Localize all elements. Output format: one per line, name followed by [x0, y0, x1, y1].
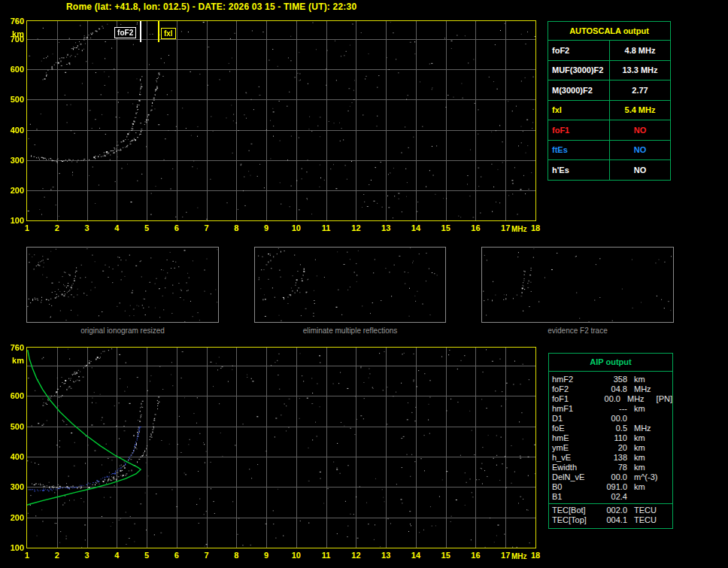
autoscala-row-fof2: foF24.8 MHz [548, 41, 670, 61]
autoscala-row-label: h'Es [548, 160, 610, 180]
aip-row-b0: B0091.0km [549, 482, 672, 492]
aip-unit: MHz [627, 424, 663, 433]
x-tick-16: 16 [466, 223, 484, 232]
autoscala-row-label: foF1 [548, 120, 610, 140]
top-ionogram-canvas [27, 21, 535, 220]
aip-unit: km [627, 375, 663, 384]
autoscala-row-label: ftEs [548, 141, 610, 160]
autoscala-output-title: AUTOSCALA output [548, 22, 670, 41]
aip-value: 00.0 [596, 414, 627, 424]
aip-extra [663, 463, 672, 472]
fxI-marker-label: fxl [161, 28, 176, 39]
window-title: Rome (lat: +41.8, lon: 012.5) - DATE: 20… [66, 2, 356, 12]
x-axis-unit: MHz [511, 225, 527, 234]
x-tick-1: 1 [18, 551, 36, 560]
aip-label: foF1 [549, 394, 592, 404]
y-axis-unit: km [3, 29, 24, 38]
thumbnail-multiple-reflections [254, 247, 446, 323]
aip-extra [663, 424, 672, 433]
aip-value: 358 [596, 375, 627, 384]
thumbnail-original-canvas [27, 248, 218, 322]
aip-label: D1 [549, 414, 596, 424]
aip-value: 110 [596, 433, 627, 443]
y-tick-500: 500 [3, 95, 24, 104]
aip-label: Ewidth [549, 463, 596, 472]
autoscala-row-fxl: fxl5.4 MHz [548, 101, 670, 121]
aip-unit [627, 492, 663, 502]
x-tick-11: 11 [317, 551, 335, 560]
aip-row-foe: foE0.5MHz [549, 424, 672, 433]
x-tick-7: 7 [198, 223, 216, 232]
aip-unit: TECU [627, 506, 663, 515]
x-tick-9: 9 [257, 223, 275, 232]
foF2-marker-label: foF2 [114, 27, 136, 38]
x-tick-2: 2 [48, 223, 66, 232]
aip-row-tectop: TEC[Top]004.1TECU [549, 515, 672, 525]
autoscala-row-hes: h'EsNO [548, 160, 670, 180]
autoscala-row-label: foF2 [548, 41, 610, 60]
autoscala-window: Rome (lat: +41.8, lon: 012.5) - DATE: 20… [0, 0, 728, 568]
aip-row-hmf1: hmF1---km [549, 404, 672, 414]
x-tick-15: 15 [437, 223, 455, 232]
x-tick-2: 2 [48, 551, 66, 560]
x-tick-14: 14 [407, 223, 425, 232]
y-tick-200: 200 [3, 186, 24, 195]
x-tick-1: 1 [18, 223, 36, 232]
aip-unit [627, 414, 663, 424]
aip-unit: MHz [627, 384, 663, 394]
aip-extra [663, 453, 672, 463]
foF2-marker-line [140, 21, 141, 42]
autoscala-row-label: MUF(3000)F2 [548, 61, 610, 80]
aip-label: foE [549, 424, 596, 433]
aip-value: 002.0 [596, 506, 627, 515]
aip-extra [663, 515, 672, 525]
x-tick-15: 15 [437, 551, 455, 560]
x-tick-11: 11 [317, 223, 335, 232]
y-tick-600: 600 [3, 65, 24, 74]
caption-multiple-reflections: eliminate multiple reflections [254, 327, 446, 335]
x-tick-16: 16 [466, 551, 484, 560]
bottom-ionogram-panel [26, 347, 536, 548]
aip-value: 091.0 [596, 482, 627, 492]
aip-output-rows: hmF2358kmfoF204.8MHzfoF100.0MHz[PN]hmF1-… [549, 375, 672, 525]
y-tick-300: 300 [3, 482, 24, 491]
aip-extra [663, 506, 672, 515]
autoscala-row-m3000f2: M(3000)F22.77 [548, 80, 670, 101]
autoscala-row-label: M(3000)F2 [548, 80, 610, 100]
autoscala-output-table: AUTOSCALA output foF24.8 MHzMUF(3000)F21… [548, 21, 671, 181]
aip-value: 00.0 [596, 472, 627, 482]
aip-label: B1 [549, 492, 596, 502]
aip-extra [663, 404, 672, 414]
y-tick-600: 600 [3, 391, 24, 400]
y-tick-760: 760 [3, 343, 24, 352]
aip-unit: MHz [620, 394, 654, 404]
thumbnail-f2-trace [481, 247, 674, 323]
aip-label: hmF1 [549, 404, 596, 414]
y-tick-400: 400 [3, 452, 24, 461]
x-tick-13: 13 [377, 223, 395, 232]
aip-unit: TECU [627, 515, 663, 525]
x-tick-18: 18 [526, 223, 544, 232]
aip-row-hmf2: hmF2358km [549, 375, 672, 384]
autoscala-row-value: NO [610, 160, 670, 180]
caption-f2-trace: evidence F2 trace [481, 327, 674, 335]
aip-label: h_vE [549, 453, 596, 463]
aip-label: TEC[Bot] [549, 506, 596, 515]
aip-unit: km [627, 404, 663, 414]
x-tick-12: 12 [347, 223, 365, 232]
autoscala-row-muf3000f2: MUF(3000)F213.3 MHz [548, 61, 670, 81]
autoscala-row-value: 2.77 [610, 80, 670, 100]
x-tick-5: 5 [138, 551, 156, 560]
aip-extra [663, 472, 672, 482]
x-tick-12: 12 [347, 551, 365, 560]
thumbnail-original-ionogram [26, 247, 219, 323]
x-tick-4: 4 [108, 223, 126, 232]
autoscala-row-ftes: ftEsNO [548, 141, 670, 161]
y-tick-300: 300 [3, 156, 24, 165]
aip-unit: km [627, 463, 663, 472]
x-tick-10: 10 [287, 223, 305, 232]
x-axis-unit: MHz [511, 552, 527, 561]
x-tick-7: 7 [198, 551, 216, 560]
aip-extra [663, 375, 672, 384]
y-tick-400: 400 [3, 126, 24, 135]
